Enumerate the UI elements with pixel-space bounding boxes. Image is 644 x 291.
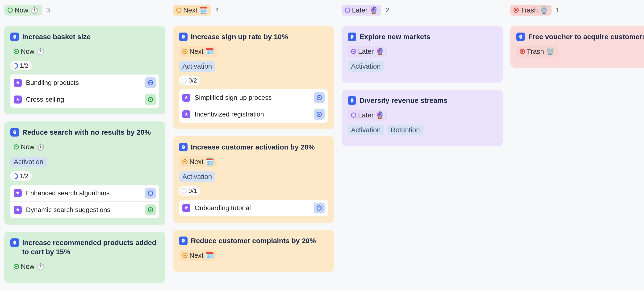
column-header: Later 🔮2 [342, 5, 503, 16]
orange-status-icon [182, 159, 188, 164]
subtask-name: Cross-selling [26, 96, 141, 103]
tag-pill[interactable]: Activation [10, 156, 47, 167]
column-status-pill[interactable]: Later 🔮 [342, 5, 381, 16]
card-status-label: Later 🔮 [358, 48, 384, 56]
tag-pill[interactable]: Activation [179, 172, 215, 182]
card[interactable]: Free voucher to acquire customersTrash 🗑… [510, 26, 644, 68]
card-title-row: Reduce customer complaints by 20% [179, 236, 328, 245]
card-status-label: Trash 🗑️ [527, 48, 554, 56]
subtask-status-badge[interactable] [314, 202, 324, 214]
trash-status-icon [514, 8, 519, 13]
progress-pill[interactable]: 1/2 [10, 61, 32, 70]
card-title-row: Increase recommended products added to c… [10, 238, 159, 256]
card-status-label: Now ⏱️ [21, 262, 45, 270]
subtask-name: Enhanced search algorithms [26, 189, 141, 197]
subtask-list: Onboarding tutorial [179, 200, 328, 216]
card-title-row: Increase customer activation by 20% [179, 142, 328, 152]
rocket-icon [10, 32, 19, 41]
card-title-row: Free voucher to acquire customers [516, 32, 644, 41]
next-status-icon [176, 8, 182, 13]
card-status-label: Next 🗓️ [190, 158, 214, 166]
tag-pill[interactable]: Activation [348, 125, 384, 135]
card[interactable]: Diversify revenue streamsLater 🔮Activati… [342, 90, 503, 146]
card-title: Increase basket size [22, 32, 90, 41]
card-tags-row: ActivationRetention [348, 125, 496, 135]
star-icon [14, 189, 22, 197]
subtask-row[interactable]: Cross-selling [10, 91, 159, 108]
column-count: 2 [386, 6, 389, 14]
card-status-pill[interactable]: Now ⏱️ [10, 46, 48, 57]
column-label: Now ⏱️ [15, 6, 39, 14]
column-trash: Trash 🗑️1Free voucher to acquire custome… [510, 5, 644, 75]
tag-pill[interactable]: Activation [348, 61, 384, 72]
card-tags-row: Activation [348, 61, 496, 72]
card-status-pill[interactable]: Next 🗓️ [179, 156, 217, 167]
green-status-icon [14, 264, 19, 269]
card-progress-row: 0/2 [179, 76, 328, 85]
orange-status-icon [182, 49, 188, 54]
card-status-row: Trash 🗑️ [516, 46, 644, 57]
column-count: 3 [46, 6, 50, 14]
progress-pill[interactable]: 0/2 [179, 76, 200, 85]
subtask-row[interactable]: Enhanced search algorithms [10, 185, 159, 202]
card-title: Increase recommended products added to c… [22, 238, 159, 256]
rocket-icon [348, 96, 356, 105]
card-progress-row: 1/2 [10, 172, 159, 181]
progress-text: 0/2 [188, 77, 197, 84]
card[interactable]: Increase customer activation by 20%Next … [173, 136, 334, 223]
progress-text: 0/1 [188, 187, 197, 194]
column-count: 1 [556, 6, 560, 14]
subtask-status-badge[interactable] [145, 77, 156, 88]
subtask-row[interactable]: Dynamic search suggestions [10, 202, 159, 218]
tag-pill[interactable]: Activation [179, 61, 215, 72]
progress-circle-icon [180, 78, 186, 84]
subtask-row[interactable]: Simplified sign-up process [179, 90, 328, 106]
card[interactable]: Increase recommended products added to c… [4, 232, 165, 283]
card[interactable]: Explore new marketsLater 🔮Activation [342, 26, 503, 82]
card[interactable]: Increase basket sizeNow ⏱️1/2Bundling pr… [4, 26, 165, 114]
progress-pill[interactable]: 0/1 [179, 186, 200, 196]
column-status-pill[interactable]: Now ⏱️ [4, 5, 42, 16]
subtask-status-badge[interactable] [314, 92, 324, 103]
minus-circle-icon [316, 112, 322, 117]
subtask-status-badge[interactable] [314, 109, 324, 120]
card[interactable]: Reduce search with no results by 20%Now … [4, 122, 165, 225]
card-status-pill[interactable]: Now ⏱️ [10, 142, 48, 152]
subtask-name: Bundling products [26, 79, 141, 86]
card-status-pill[interactable]: Now ⏱️ [10, 261, 48, 272]
card-status-pill[interactable]: Next 🗓️ [179, 46, 217, 57]
column-status-pill[interactable]: Trash 🗑️ [510, 5, 552, 16]
minus-circle-icon [148, 80, 153, 85]
star-icon [182, 110, 190, 118]
card-title-row: Increase basket size [10, 32, 159, 41]
star-icon [14, 206, 22, 214]
subtask-status-badge[interactable] [145, 188, 156, 198]
card-status-row: Next 🗓️ [179, 46, 328, 57]
column-status-pill[interactable]: Next 🗓️ [173, 5, 211, 16]
subtask-status-badge[interactable] [145, 94, 156, 105]
card-status-label: Later 🔮 [358, 111, 384, 119]
subtask-row[interactable]: Incentivized registration [179, 106, 328, 123]
card-title-row: Explore new markets [348, 32, 496, 41]
subtask-row[interactable]: Bundling products [10, 74, 159, 91]
card-status-pill[interactable]: Trash 🗑️ [516, 46, 558, 57]
subtask-row[interactable]: Onboarding tutorial [179, 200, 328, 216]
purple-status-icon [351, 49, 356, 54]
subtask-status-badge[interactable] [145, 204, 156, 215]
tag-pill[interactable]: Retention [387, 125, 423, 135]
progress-pill[interactable]: 1/2 [10, 172, 32, 181]
column-header: Now ⏱️3 [4, 5, 165, 16]
subtask-list: Bundling productsCross-selling [10, 74, 159, 108]
card-title-row: Increase sign up rate by 10% [179, 32, 328, 41]
card[interactable]: Reduce customer complaints by 20%Next 🗓️ [173, 230, 334, 272]
column-label: Later 🔮 [352, 6, 378, 14]
card-status-pill[interactable]: Later 🔮 [348, 110, 387, 120]
card-tags-row: Activation [179, 172, 328, 182]
card-status-pill[interactable]: Later 🔮 [348, 46, 387, 57]
purple-status-icon [351, 112, 356, 118]
rocket-icon [516, 32, 525, 41]
card[interactable]: Increase sign up rate by 10%Next 🗓️Activ… [173, 26, 334, 129]
star-icon [14, 96, 22, 104]
card-status-row: Next 🗓️ [179, 250, 328, 261]
card-status-pill[interactable]: Next 🗓️ [179, 250, 217, 261]
